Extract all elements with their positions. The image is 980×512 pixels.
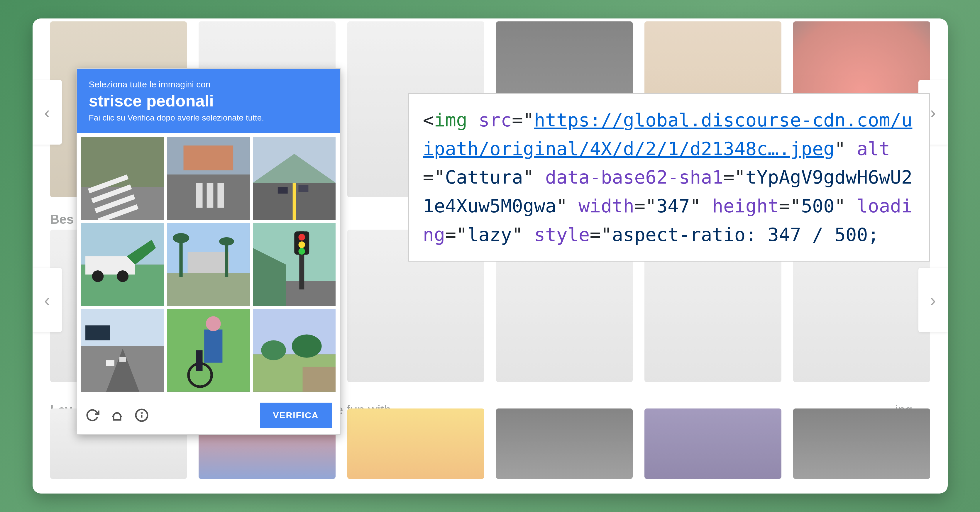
svg-rect-27 (180, 240, 183, 277)
code-height-value: 500 (801, 195, 835, 217)
svg-point-36 (298, 241, 305, 248)
code-style-value: aspect-ratio: 347 / 500; (612, 224, 879, 245)
recaptcha-tile-1[interactable] (81, 137, 164, 220)
code-attr-style: style (534, 224, 590, 245)
recaptcha-challenge: Seleziona tutte le immagini con strisce … (76, 68, 340, 435)
svg-rect-9 (196, 183, 203, 208)
code-attr-height: height (712, 195, 779, 217)
svg-point-30 (219, 237, 234, 245)
svg-rect-44 (119, 357, 126, 362)
carousel-next[interactable]: › (918, 268, 948, 332)
recaptcha-tile-8[interactable] (167, 309, 250, 392)
carousel-prev[interactable]: ‹ (33, 268, 62, 332)
carousel-prev[interactable]: ‹ (33, 80, 62, 145)
bg-product (496, 409, 633, 479)
bg-product (644, 409, 781, 479)
recaptcha-tile-6[interactable] (253, 223, 336, 306)
svg-rect-54 (302, 367, 336, 392)
recaptcha-tile-3[interactable] (253, 137, 336, 220)
svg-rect-46 (204, 329, 222, 363)
svg-rect-15 (278, 187, 288, 194)
audio-icon[interactable] (110, 408, 124, 422)
svg-point-35 (298, 234, 305, 240)
verify-button[interactable]: VERIFICA (260, 402, 331, 428)
svg-rect-49 (196, 350, 203, 371)
recaptcha-instruction-2: Fai clic su Verifica dopo averle selezio… (89, 113, 328, 122)
reload-icon[interactable] (85, 408, 99, 422)
bg-product (793, 409, 930, 479)
recaptcha-footer: VERIFICA (77, 396, 340, 434)
devtools-tooltip: <img src="https://global.discourse-cdn.c… (408, 93, 930, 262)
code-attr-width: width (579, 195, 635, 217)
svg-rect-42 (85, 326, 110, 340)
svg-rect-26 (188, 252, 229, 273)
svg-point-37 (298, 248, 305, 254)
svg-point-52 (261, 340, 286, 360)
content-card: Bes Lev re fun with smartwatches ing ‹ ›… (33, 19, 948, 493)
recaptcha-header: Seleziona tutte le immagini con strisce … (77, 69, 340, 133)
svg-rect-17 (293, 183, 296, 220)
recaptcha-tile-5[interactable] (167, 223, 250, 306)
code-alt-value: Cattura (445, 167, 523, 188)
recaptcha-target: strisce pedonali (89, 91, 328, 110)
svg-rect-11 (218, 183, 224, 208)
code-loading-value: lazy (467, 224, 512, 245)
svg-point-53 (292, 335, 322, 358)
svg-point-22 (117, 270, 129, 282)
svg-rect-16 (298, 185, 308, 192)
svg-point-28 (173, 233, 189, 243)
recaptcha-tile-4[interactable] (81, 223, 164, 306)
svg-point-21 (92, 270, 103, 282)
svg-rect-10 (207, 183, 213, 208)
svg-rect-25 (167, 273, 250, 306)
svg-point-47 (206, 316, 221, 331)
svg-rect-8 (184, 145, 234, 170)
info-icon[interactable] (135, 408, 149, 422)
code-tag: img (434, 110, 467, 131)
recaptcha-grid (77, 133, 340, 396)
code-width-value: 347 (657, 195, 690, 217)
bg-heading: Bes (50, 212, 74, 227)
code-attr-alt: alt (857, 138, 890, 159)
bg-product (347, 409, 484, 479)
svg-rect-20 (85, 256, 135, 275)
recaptcha-instruction-1: Seleziona tutte le immagini con (89, 80, 328, 89)
code-attr-sha: data-base62-sha1 (545, 167, 723, 188)
svg-point-57 (142, 413, 142, 413)
svg-rect-29 (225, 244, 228, 277)
recaptcha-tile-9[interactable] (253, 309, 336, 392)
recaptcha-tile-7[interactable] (81, 309, 164, 392)
recaptcha-tile-2[interactable] (167, 137, 250, 220)
code-attr-src: src (479, 110, 512, 131)
svg-rect-43 (106, 360, 114, 366)
